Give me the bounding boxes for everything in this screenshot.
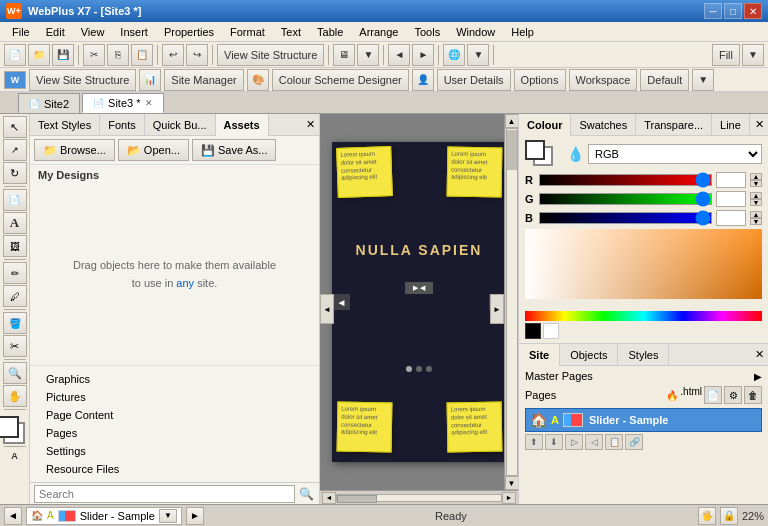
site-manager-button[interactable]: Site Manager [164, 69, 243, 91]
text-frame-icon[interactable]: A [11, 451, 18, 461]
b-slider[interactable] [539, 212, 712, 224]
page-action-3[interactable]: ▷ [565, 434, 583, 450]
tab-close-icon[interactable]: ✕ [145, 98, 153, 108]
page-action-5[interactable]: 📋 [605, 434, 623, 450]
tab-line[interactable]: Line [712, 114, 750, 136]
status-btn-1[interactable]: ◄ [4, 507, 22, 525]
title-bar-controls[interactable]: ─ □ ✕ [704, 3, 762, 19]
scroll-left-button[interactable]: ◄ [320, 294, 334, 324]
open-button[interactable]: 📂 Open... [118, 139, 189, 161]
master-pages-arrow[interactable]: ▶ [754, 371, 762, 382]
fill-dropdown[interactable]: ▼ [742, 44, 764, 66]
delete-page-button[interactable]: 🗑 [744, 386, 762, 404]
search-icon[interactable]: 🔍 [297, 485, 315, 503]
colour-model-select[interactable]: RGB [588, 144, 762, 164]
undo-button[interactable]: ↩ [162, 44, 184, 66]
menu-insert[interactable]: Insert [112, 24, 156, 40]
tree-item-pictures[interactable]: Pictures [30, 388, 319, 406]
maximize-button[interactable]: □ [724, 3, 742, 19]
paste-button[interactable]: 📋 [131, 44, 153, 66]
status-hand-icon[interactable]: 🖐 [698, 507, 716, 525]
pages-html-icon[interactable]: 🔥 [666, 386, 678, 404]
page-tool[interactable]: 📄 [3, 189, 27, 211]
hscroll-track[interactable] [336, 494, 502, 502]
tab-text-styles[interactable]: Text Styles [30, 114, 100, 136]
workspace-dropdown[interactable]: ▼ [692, 69, 714, 91]
prev-slide-button[interactable]: ◄ [334, 294, 350, 310]
r-spin-up[interactable]: ▲ [750, 173, 762, 180]
hand-tool[interactable]: ✋ [3, 385, 27, 407]
tab-transparency[interactable]: Transpare... [636, 114, 712, 136]
g-spin-up[interactable]: ▲ [750, 192, 762, 199]
redo-button[interactable]: ↪ [186, 44, 208, 66]
menu-arrange[interactable]: Arrange [351, 24, 406, 40]
g-value[interactable]: 255 [716, 191, 746, 207]
hscroll-thumb[interactable] [337, 495, 377, 503]
close-button[interactable]: ✕ [744, 3, 762, 19]
publish-dropdown[interactable]: ▼ [467, 44, 489, 66]
menu-format[interactable]: Format [222, 24, 273, 40]
tab-site2[interactable]: 📄 Site2 [18, 93, 80, 113]
menu-view[interactable]: View [73, 24, 113, 40]
g-spin-down[interactable]: ▼ [750, 199, 762, 206]
black-swatch[interactable] [525, 323, 541, 339]
scissors-tool[interactable]: ✂ [3, 335, 27, 357]
r-spin-down[interactable]: ▼ [750, 180, 762, 187]
vscroll-thumb[interactable] [507, 130, 517, 170]
g-slider[interactable] [539, 193, 712, 205]
tab-colour[interactable]: Colour [519, 114, 571, 136]
dropper-icon[interactable]: 💧 [567, 146, 584, 162]
save-as-button[interactable]: 💾 Save As... [192, 139, 277, 161]
status-btn-2[interactable]: ► [186, 507, 204, 525]
arrow-left-button[interactable]: ◄ [388, 44, 410, 66]
r-slider[interactable] [539, 174, 712, 186]
site-panel-close[interactable]: ✕ [755, 348, 764, 361]
menu-text[interactable]: Text [273, 24, 309, 40]
menu-help[interactable]: Help [503, 24, 542, 40]
tab-site3[interactable]: 📄 Site3 * ✕ [82, 93, 163, 113]
arrow-tool[interactable]: ↖ [3, 116, 27, 138]
hscroll-right-btn[interactable]: ► [502, 492, 516, 504]
fg-colour-box[interactable] [525, 140, 545, 160]
tree-item-page-content[interactable]: Page Content [30, 406, 319, 424]
subselect-tool[interactable]: ↗ [3, 139, 27, 161]
copy-button[interactable]: ⎘ [107, 44, 129, 66]
scroll-right-button[interactable]: ► [490, 294, 504, 324]
new-button[interactable]: 📄 [4, 44, 26, 66]
monitor-button[interactable]: 🖥 [333, 44, 355, 66]
tab-site[interactable]: Site [519, 344, 560, 366]
colour-panel-close[interactable]: ✕ [755, 118, 764, 131]
b-spin-up[interactable]: ▲ [750, 211, 762, 218]
fill-tool[interactable]: 🪣 [3, 312, 27, 334]
page-settings-button[interactable]: ⚙ [724, 386, 742, 404]
menu-edit[interactable]: Edit [38, 24, 73, 40]
tab-assets[interactable]: Assets [216, 114, 269, 136]
zoom-tool[interactable]: 🔍 [3, 362, 27, 384]
arrow-right-button[interactable]: ► [412, 44, 434, 66]
b-value[interactable]: 255 [716, 210, 746, 226]
dot-1[interactable] [406, 366, 412, 372]
r-value[interactable]: 255 [716, 172, 746, 188]
menu-properties[interactable]: Properties [156, 24, 222, 40]
search-input[interactable] [34, 485, 295, 503]
publish-button[interactable]: 🌐 [443, 44, 465, 66]
page-action-6[interactable]: 🔗 [625, 434, 643, 450]
tab-swatches[interactable]: Swatches [571, 114, 636, 136]
page-entry[interactable]: 🏠 A Slider - Sample [525, 408, 762, 432]
pen-tool[interactable]: 🖊 [3, 285, 27, 307]
r-spinner[interactable]: ▲ ▼ [750, 173, 762, 187]
menu-tools[interactable]: Tools [406, 24, 448, 40]
dot-3[interactable] [426, 366, 432, 372]
draw-tool[interactable]: ✏ [3, 262, 27, 284]
slide-ctrl-button[interactable]: ▶ ◀ [405, 282, 433, 294]
menu-file[interactable]: File [4, 24, 38, 40]
menu-window[interactable]: Window [448, 24, 503, 40]
rotate-tool[interactable]: ↻ [3, 162, 27, 184]
open-button[interactable]: 📁 [28, 44, 50, 66]
colour-gradient-picker[interactable] [525, 229, 762, 309]
tree-item-pages[interactable]: Pages [30, 424, 319, 442]
foreground-colour-box[interactable] [0, 416, 19, 438]
view-site-structure-button2[interactable]: View Site Structure [29, 69, 136, 91]
browse-button[interactable]: 📁 Browse... [34, 139, 115, 161]
g-spinner[interactable]: ▲ ▼ [750, 192, 762, 206]
